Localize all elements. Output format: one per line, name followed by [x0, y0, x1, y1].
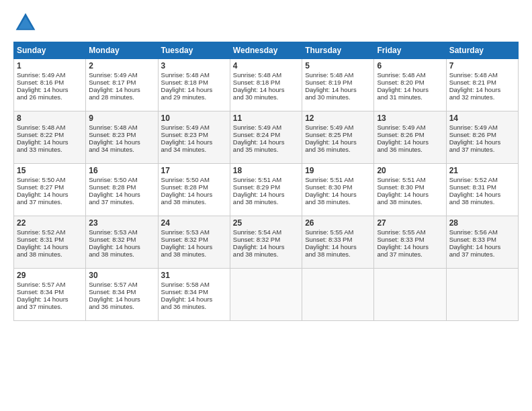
- sunset-label: Sunset: 8:30 PM: [305, 183, 352, 191]
- daylight-minutes: and 26 minutes.: [17, 93, 62, 101]
- calendar-cell: 20Sunrise: 5:51 AMSunset: 8:30 PMDayligh…: [374, 164, 446, 216]
- calendar-cell: 12Sunrise: 5:49 AMSunset: 8:25 PMDayligh…: [302, 111, 374, 164]
- daylight-minutes: and 35 minutes.: [233, 146, 279, 153]
- daylight-minutes: and 34 minutes.: [89, 146, 134, 153]
- sunrise-label: Sunrise: 5:53 AM: [161, 228, 210, 236]
- day-number: 7: [449, 61, 515, 71]
- sunset-label: Sunset: 8:31 PM: [449, 183, 496, 191]
- sunrise-label: Sunrise: 5:51 AM: [377, 176, 425, 183]
- daylight-minutes: and 36 minutes.: [161, 303, 207, 310]
- weekday-header: Sunday: [14, 42, 86, 59]
- day-number: 28: [449, 218, 515, 228]
- weekday-header: Tuesday: [158, 42, 230, 59]
- daylight-minutes: and 33 minutes.: [17, 146, 62, 153]
- daylight-minutes: and 38 minutes.: [89, 250, 134, 258]
- weekday-header: Thursday: [302, 42, 374, 59]
- daylight-minutes: and 36 minutes.: [89, 303, 134, 310]
- sunset-label: Sunset: 8:19 PM: [305, 79, 352, 86]
- sunset-label: Sunset: 8:31 PM: [17, 236, 64, 243]
- daylight-label: Daylight: 14 hours: [449, 191, 501, 198]
- calendar-cell: 22Sunrise: 5:52 AMSunset: 8:31 PMDayligh…: [14, 216, 86, 269]
- weekday-header: Friday: [374, 42, 446, 59]
- day-number: 10: [161, 113, 227, 123]
- daylight-minutes: and 37 minutes.: [377, 250, 423, 258]
- daylight-minutes: and 37 minutes.: [89, 198, 134, 205]
- daylight-minutes: and 38 minutes.: [17, 250, 62, 258]
- sunset-label: Sunset: 8:26 PM: [449, 131, 496, 138]
- sunset-label: Sunset: 8:24 PM: [233, 131, 280, 138]
- daylight-label: Daylight: 14 hours: [233, 243, 285, 250]
- sunrise-label: Sunrise: 5:51 AM: [233, 176, 281, 183]
- sunrise-label: Sunrise: 5:57 AM: [17, 281, 65, 288]
- calendar-cell: 1Sunrise: 5:49 AMSunset: 8:16 PMDaylight…: [14, 59, 86, 111]
- day-number: 19: [305, 166, 371, 175]
- daylight-minutes: and 32 minutes.: [449, 93, 495, 101]
- daylight-minutes: and 38 minutes.: [377, 198, 423, 205]
- daylight-minutes: and 36 minutes.: [377, 146, 423, 153]
- logo: [13, 11, 42, 35]
- sunset-label: Sunset: 8:29 PM: [233, 183, 280, 191]
- daylight-minutes: and 38 minutes.: [161, 198, 207, 205]
- day-number: 3: [161, 61, 227, 71]
- sunset-label: Sunset: 8:18 PM: [233, 79, 280, 86]
- calendar-cell: 10Sunrise: 5:49 AMSunset: 8:23 PMDayligh…: [158, 111, 230, 164]
- sunrise-label: Sunrise: 5:55 AM: [377, 228, 425, 236]
- calendar-cell: 24Sunrise: 5:53 AMSunset: 8:32 PMDayligh…: [158, 216, 230, 269]
- sunset-label: Sunset: 8:26 PM: [377, 131, 424, 138]
- sunrise-label: Sunrise: 5:50 AM: [17, 176, 65, 183]
- sunrise-label: Sunrise: 5:48 AM: [89, 124, 137, 131]
- day-number: 30: [89, 271, 154, 280]
- calendar-cell: 7Sunrise: 5:48 AMSunset: 8:21 PMDaylight…: [446, 59, 518, 111]
- sunset-label: Sunset: 8:23 PM: [161, 131, 208, 138]
- calendar-cell: [374, 269, 446, 321]
- sunset-label: Sunset: 8:33 PM: [305, 236, 352, 243]
- daylight-minutes: and 37 minutes.: [17, 198, 62, 205]
- daylight-minutes: and 31 minutes.: [377, 93, 423, 101]
- sunset-label: Sunset: 8:20 PM: [377, 79, 424, 86]
- day-number: 29: [17, 271, 83, 280]
- day-number: 12: [305, 113, 371, 123]
- day-number: 26: [305, 218, 371, 228]
- calendar-table: SundayMondayTuesdayWednesdayThursdayFrid…: [13, 42, 519, 321]
- calendar-week-row: 22Sunrise: 5:52 AMSunset: 8:31 PMDayligh…: [14, 216, 519, 269]
- day-number: 13: [377, 113, 443, 123]
- weekday-header: Wednesday: [230, 42, 302, 59]
- daylight-label: Daylight: 14 hours: [89, 86, 140, 93]
- sunset-label: Sunset: 8:32 PM: [233, 236, 280, 243]
- calendar-cell: 23Sunrise: 5:53 AMSunset: 8:32 PMDayligh…: [86, 216, 158, 269]
- daylight-minutes: and 38 minutes.: [161, 250, 207, 258]
- day-number: 25: [233, 218, 299, 228]
- day-number: 14: [449, 113, 515, 123]
- daylight-label: Daylight: 14 hours: [449, 138, 501, 146]
- daylight-minutes: and 38 minutes.: [305, 198, 351, 205]
- sunset-label: Sunset: 8:34 PM: [161, 288, 208, 295]
- daylight-label: Daylight: 14 hours: [449, 86, 501, 93]
- daylight-label: Daylight: 14 hours: [377, 138, 429, 146]
- sunset-label: Sunset: 8:23 PM: [89, 131, 136, 138]
- weekday-header: Monday: [86, 42, 158, 59]
- sunrise-label: Sunrise: 5:48 AM: [17, 124, 65, 131]
- calendar-cell: 27Sunrise: 5:55 AMSunset: 8:33 PMDayligh…: [374, 216, 446, 269]
- daylight-label: Daylight: 14 hours: [17, 138, 69, 146]
- calendar-cell: 2Sunrise: 5:49 AMSunset: 8:17 PMDaylight…: [86, 59, 158, 111]
- day-number: 9: [89, 113, 154, 123]
- day-number: 20: [377, 166, 443, 175]
- day-number: 5: [305, 61, 371, 71]
- day-number: 22: [17, 218, 83, 228]
- sunrise-label: Sunrise: 5:48 AM: [449, 71, 498, 79]
- daylight-minutes: and 34 minutes.: [161, 146, 207, 153]
- weekday-header: Saturday: [446, 42, 518, 59]
- day-number: 23: [89, 218, 154, 228]
- sunset-label: Sunset: 8:34 PM: [89, 288, 136, 295]
- sunset-label: Sunset: 8:28 PM: [89, 183, 136, 191]
- daylight-label: Daylight: 14 hours: [161, 191, 213, 198]
- sunrise-label: Sunrise: 5:52 AM: [449, 176, 498, 183]
- calendar-cell: 6Sunrise: 5:48 AMSunset: 8:20 PMDaylight…: [374, 59, 446, 111]
- sunrise-label: Sunrise: 5:49 AM: [377, 124, 425, 131]
- calendar-cell: 25Sunrise: 5:54 AMSunset: 8:32 PMDayligh…: [230, 216, 302, 269]
- sunrise-label: Sunrise: 5:50 AM: [89, 176, 137, 183]
- sunrise-label: Sunrise: 5:48 AM: [377, 71, 425, 79]
- daylight-label: Daylight: 14 hours: [89, 138, 140, 146]
- sunrise-label: Sunrise: 5:50 AM: [161, 176, 210, 183]
- daylight-label: Daylight: 14 hours: [161, 295, 213, 303]
